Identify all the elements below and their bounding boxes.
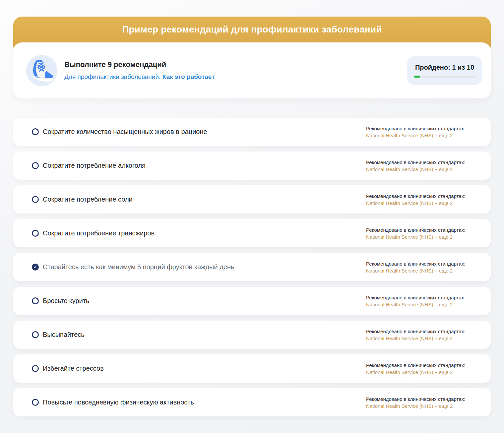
list-item[interactable]: Сократите потребление соли Рекомендовано… [13, 185, 491, 214]
standards-source-link[interactable]: National Health Service (NHS) + еще 2 [366, 267, 475, 274]
standards-source-link[interactable]: National Health Service (NHS) + еще 2 [366, 369, 475, 376]
standards-heading: Рекомендовано в клинических стандартах: [366, 125, 475, 132]
standards-source-link[interactable]: National Health Service (NHS) + еще 2 [366, 233, 475, 240]
standards-heading: Рекомендовано в клинических стандартах: [366, 226, 475, 233]
list-item[interactable]: ✓ Старайтесь есть как минимум 5 порций ф… [13, 253, 491, 281]
progress-fill [414, 76, 420, 78]
checkbox[interactable] [32, 365, 39, 372]
item-title: Сократите потребление соли [43, 196, 366, 203]
check-icon: ✓ [33, 265, 37, 269]
item-title: Сократите потребление алкоголя [43, 162, 366, 169]
standards-source-link[interactable]: National Health Service (NHS) + еще 2 [366, 132, 475, 139]
standards-heading: Рекомендовано в клинических стандартах: [366, 396, 475, 402]
checkbox[interactable] [32, 128, 39, 135]
list-item[interactable]: Сократите потребление трансжиров Рекомен… [13, 219, 491, 247]
item-title: Высыпайтесь [43, 331, 366, 339]
checkbox[interactable] [32, 399, 39, 406]
checkbox[interactable] [32, 331, 39, 338]
standards-source-link[interactable]: National Health Service (NHS) + еще 2 [366, 301, 475, 308]
standards-source-link[interactable]: National Health Service (NHS) + еще 2 [366, 335, 475, 342]
list-item[interactable]: Повысьте повседневную физическую активно… [13, 388, 491, 416]
item-title: Избегайте стрессов [43, 365, 366, 372]
sneaker-icon [26, 55, 58, 87]
list-item[interactable]: Сократите потребление алкоголя Рекомендо… [13, 152, 491, 180]
standards-note: Рекомендовано в клинических стандартах: … [366, 362, 475, 376]
item-title: Сократите количество насыщенных жиров в … [43, 128, 366, 136]
checkbox[interactable] [32, 297, 39, 304]
list-item[interactable]: Сократите количество насыщенных жиров в … [13, 118, 491, 146]
checkbox[interactable] [32, 196, 39, 203]
how-it-works-link[interactable]: Как это работает [162, 73, 215, 80]
standards-note: Рекомендовано в клинических стандартах: … [366, 159, 475, 173]
item-title: Сократите потребление трансжиров [43, 229, 366, 237]
checkbox[interactable] [32, 230, 39, 237]
standards-note: Рекомендовано в клинических стандартах: … [366, 193, 475, 207]
summary-card: Выполните 9 рекомендаций Для профилактик… [13, 42, 491, 98]
summary-subtitle: Для профилактики заболеваний. Как это ра… [64, 73, 215, 81]
standards-source-link[interactable]: National Health Service (NHS) + еще 2 [366, 166, 475, 173]
item-title: Бросьте курить [43, 297, 366, 305]
standards-note: Рекомендовано в клинических стандартах: … [366, 294, 475, 308]
item-title: Повысьте повседневную физическую активно… [43, 399, 366, 406]
standards-source-link[interactable]: National Health Service (NHS) + еще 2 [366, 402, 475, 409]
checkbox[interactable]: ✓ [32, 264, 39, 271]
checkbox[interactable] [32, 162, 39, 169]
progress-label: Пройдено: 1 из 10 [415, 64, 474, 71]
standards-heading: Рекомендовано в клинических стандартах: [366, 328, 475, 335]
standards-heading: Рекомендовано в клинических стандартах: [366, 159, 475, 166]
list-item[interactable]: Избегайте стрессов Рекомендовано в клини… [13, 354, 491, 383]
standards-source-link[interactable]: National Health Service (NHS) + еще 2 [366, 200, 475, 207]
standards-heading: Рекомендовано в клинических стандартах: [366, 362, 475, 369]
list-item[interactable]: Высыпайтесь Рекомендовано в клинических … [13, 321, 491, 349]
progress-badge: Пройдено: 1 из 10 [407, 56, 482, 85]
page: Пример рекомендаций для профилактики заб… [0, 0, 504, 416]
standards-note: Рекомендовано в клинических стандартах: … [366, 125, 475, 139]
page-title: Пример рекомендаций для профилактики заб… [13, 17, 491, 42]
standards-note: Рекомендовано в клинических стандартах: … [366, 260, 475, 274]
progress-bar [414, 76, 475, 78]
summary-text: Выполните 9 рекомендаций Для профилактик… [64, 60, 215, 81]
standards-heading: Рекомендовано в клинических стандартах: [366, 294, 475, 301]
item-title: Старайтесь есть как минимум 5 порций фру… [43, 263, 366, 271]
summary-subtitle-text: Для профилактики заболеваний. [64, 73, 160, 80]
list-item[interactable]: Бросьте курить Рекомендовано в клиническ… [13, 287, 491, 315]
standards-heading: Рекомендовано в клинических стандартах: [366, 193, 475, 200]
standards-note: Рекомендовано в клинических стандартах: … [366, 396, 475, 409]
standards-heading: Рекомендовано в клинических стандартах: [366, 260, 475, 267]
summary-title: Выполните 9 рекомендаций [64, 60, 215, 69]
standards-note: Рекомендовано в клинических стандартах: … [366, 226, 475, 240]
standards-note: Рекомендовано в клинических стандартах: … [366, 328, 475, 342]
recommendations-list: Сократите количество насыщенных жиров в … [13, 118, 491, 416]
